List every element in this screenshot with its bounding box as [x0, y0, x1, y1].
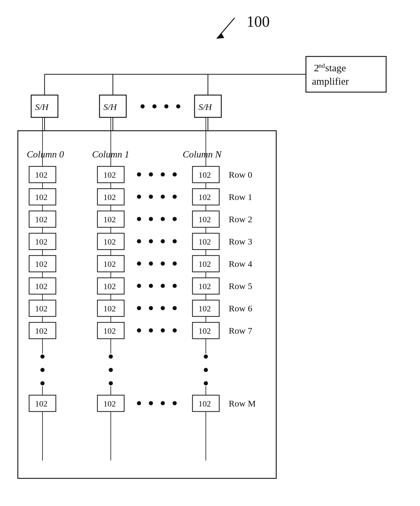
col0-label: Column 0: [27, 149, 64, 160]
svg-point-47: [173, 328, 177, 332]
row6-label: Row 6: [229, 303, 252, 313]
coln-label: Column N: [183, 149, 222, 160]
svg-point-18: [161, 172, 165, 176]
svg-point-40: [137, 306, 141, 310]
svg-point-23: [173, 195, 177, 199]
second-stage-label-line1b: stage: [325, 62, 346, 73]
row2-label: Row 2: [229, 214, 252, 224]
svg-point-49: [40, 368, 45, 372]
svg-point-45: [149, 328, 153, 332]
svg-point-12: [176, 104, 180, 108]
svg-point-39: [173, 284, 177, 288]
svg-point-41: [149, 306, 153, 310]
cell-label-r2cn: 102: [198, 215, 211, 224]
svg-point-44: [137, 328, 141, 332]
svg-point-53: [109, 381, 113, 385]
svg-point-22: [161, 195, 165, 199]
cell-label-rmcn: 102: [198, 399, 211, 408]
svg-point-54: [204, 354, 208, 359]
svg-point-56: [204, 381, 208, 385]
svg-point-11: [164, 104, 168, 108]
sh-label-col0: S/H: [35, 102, 49, 112]
svg-point-55: [204, 368, 208, 372]
cell-label-r4c1: 102: [103, 259, 116, 269]
svg-point-24: [137, 217, 141, 221]
svg-point-42: [161, 306, 165, 310]
svg-point-57: [137, 401, 141, 405]
svg-point-30: [161, 239, 165, 243]
cell-label-r7c1: 102: [103, 326, 116, 335]
svg-point-51: [109, 354, 113, 359]
svg-point-46: [161, 328, 165, 332]
cell-label-r4c0: 102: [35, 259, 48, 269]
svg-point-37: [149, 284, 153, 288]
svg-point-28: [137, 239, 141, 243]
row7-label: Row 7: [229, 326, 252, 335]
svg-point-19: [173, 172, 177, 176]
svg-point-60: [173, 401, 177, 405]
sh-label-col1: S/H: [103, 102, 117, 112]
sh-label-coln: S/H: [198, 102, 212, 112]
cell-label-r5c0: 102: [35, 282, 48, 291]
cell-label-rmc1: 102: [103, 399, 116, 408]
cell-label-r3cn: 102: [198, 237, 211, 246]
svg-point-58: [149, 401, 153, 405]
second-stage-label-line2: amplifier: [312, 76, 349, 87]
diagram: 100 2 nd stage amplifier S/H S/H S/H Col…: [0, 0, 420, 506]
cell-label-r0cn: 102: [198, 170, 211, 179]
cell-label-r6cn: 102: [198, 304, 211, 313]
svg-point-16: [137, 172, 141, 176]
cell-label-r2c0: 102: [35, 215, 48, 224]
cell-label-r2c1: 102: [103, 215, 116, 224]
svg-point-21: [149, 195, 153, 199]
svg-point-50: [40, 381, 45, 385]
svg-point-59: [161, 401, 165, 405]
svg-point-26: [161, 217, 165, 221]
reference-number: 100: [247, 13, 270, 30]
svg-point-33: [149, 261, 153, 266]
cell-label-r6c1: 102: [103, 304, 116, 313]
svg-point-52: [109, 368, 113, 372]
svg-point-20: [137, 195, 141, 199]
svg-point-10: [152, 104, 157, 108]
cell-label-r5c1: 102: [103, 282, 116, 291]
svg-point-29: [149, 239, 153, 243]
cell-label-r7c0: 102: [35, 326, 48, 335]
cell-label-r4cn: 102: [198, 259, 211, 269]
svg-point-9: [140, 104, 145, 108]
svg-point-27: [173, 217, 177, 221]
svg-point-32: [137, 261, 141, 266]
row1-label: Row 1: [229, 192, 252, 202]
svg-point-17: [149, 172, 153, 176]
second-stage-box: [306, 56, 386, 92]
svg-point-34: [161, 261, 165, 266]
row4-label: Row 4: [229, 259, 252, 269]
svg-point-48: [40, 354, 45, 359]
cell-label-r1cn: 102: [198, 193, 211, 202]
cell-label-r0c0: 102: [35, 170, 48, 179]
cell-label-r6c0: 102: [35, 304, 48, 313]
svg-point-25: [149, 217, 153, 221]
row3-label: Row 3: [229, 237, 252, 246]
svg-point-35: [173, 261, 177, 266]
cell-label-r5cn: 102: [198, 282, 211, 291]
cell-label-r3c0: 102: [35, 237, 48, 246]
cell-label-r1c0: 102: [35, 193, 48, 202]
cell-label-r7cn: 102: [198, 326, 211, 335]
cell-label-rmc0: 102: [35, 399, 48, 408]
svg-point-38: [161, 284, 165, 288]
cell-label-r3c1: 102: [103, 237, 116, 246]
svg-point-31: [173, 239, 177, 243]
row0-label: Row 0: [229, 170, 252, 179]
row5-label: Row 5: [229, 281, 252, 291]
svg-point-43: [173, 306, 177, 310]
cell-label-r0c1: 102: [103, 170, 116, 179]
cell-label-r1c1: 102: [103, 193, 116, 202]
rowm-label: Row M: [229, 398, 256, 408]
second-stage-superscript: nd: [318, 62, 325, 69]
svg-point-36: [137, 284, 141, 288]
